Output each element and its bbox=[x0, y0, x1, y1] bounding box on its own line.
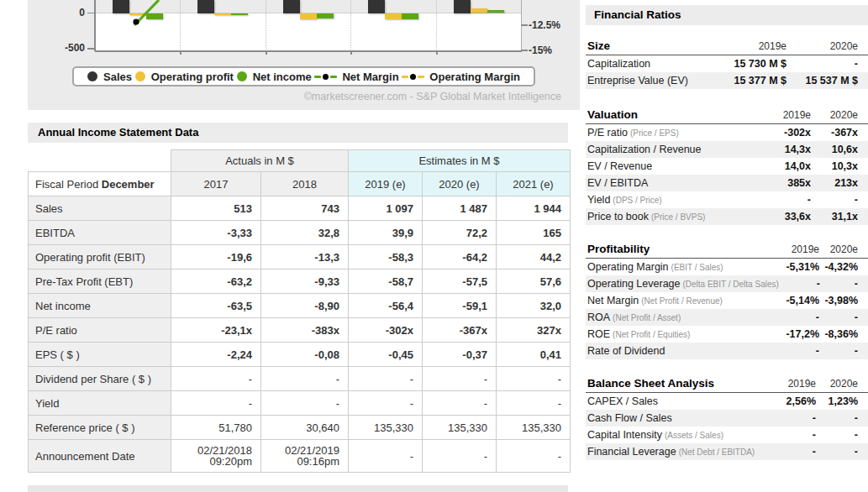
section-size: Size 2019e 2020e Capitalization 15 730 M… bbox=[586, 37, 868, 89]
ratio-label: Price to book(Price / BVPS) bbox=[587, 211, 771, 222]
cell: -57,5 bbox=[423, 270, 497, 294]
col-header-2020e: 2020e bbox=[786, 40, 858, 52]
section-name: Size bbox=[587, 39, 694, 52]
bar-net-income bbox=[317, 13, 334, 18]
cell: 1 487 bbox=[423, 196, 497, 221]
cell: -58,3 bbox=[349, 245, 423, 270]
ratio-value: -367x bbox=[811, 127, 858, 139]
ratio-label: Capital Intensity(Assets / Sales) bbox=[587, 429, 777, 441]
cell: 02/21/2019 09:16pm bbox=[261, 440, 349, 473]
x-tick bbox=[436, 50, 438, 55]
y-axis-label: 0 bbox=[55, 7, 85, 18]
ratio-value: - bbox=[786, 58, 858, 70]
row-label: EPS ( $ ) bbox=[29, 343, 171, 367]
bar-sales bbox=[283, 0, 300, 13]
cell: -0,45 bbox=[349, 343, 423, 367]
cell: -13,3 bbox=[261, 245, 349, 270]
bar-net-income bbox=[402, 13, 418, 19]
legend-item-sales: Sales bbox=[87, 71, 132, 83]
ratio-row: Operating Leverage(Delta EBIT / Delta Sa… bbox=[586, 275, 868, 292]
col-header-2020e: 2020e bbox=[816, 378, 858, 390]
year-header: 2019 (e) bbox=[349, 172, 423, 196]
bar-net-income bbox=[487, 10, 504, 13]
y-axis-line bbox=[94, 0, 96, 51]
cell: 32,0 bbox=[497, 294, 571, 318]
income-statement-table: Actuals in M $ Estimates in M $ Fiscal P… bbox=[28, 149, 571, 473]
ratio-label: ROA(Net Profit / Asset) bbox=[587, 311, 777, 323]
financial-ratios-title: Financial Ratios bbox=[586, 5, 868, 25]
table-row: Reference price ( $ ) 51,780 30,640 135,… bbox=[29, 416, 571, 440]
section-name: Valuation bbox=[587, 108, 771, 121]
legend-label: Operating profit bbox=[151, 71, 234, 83]
cell: -0,08 bbox=[261, 343, 349, 367]
table-row: Net income -63,5 -8,90 -56,4 -59,1 32,0 bbox=[29, 294, 571, 318]
cell: 1 097 bbox=[349, 196, 423, 221]
ratio-value: - bbox=[811, 194, 858, 206]
ratio-label: EV / Revenue bbox=[587, 160, 771, 172]
row-label: P/E ratio bbox=[29, 318, 171, 343]
cell: -59,1 bbox=[423, 294, 497, 318]
ratio-row: Operating Margin(EBIT / Sales) -5,31% -4… bbox=[586, 259, 868, 275]
cell: 57,6 bbox=[497, 270, 571, 294]
cell: - bbox=[349, 367, 423, 391]
fiscal-period-cell: Fiscal Period December bbox=[29, 172, 171, 196]
year-header: 2021 (e) bbox=[497, 172, 571, 196]
legend-item-net-margin: Net Margin bbox=[314, 71, 398, 83]
section-title-annual-income: Annual Income Statement Data bbox=[28, 123, 568, 143]
legend-label: Operating Margin bbox=[429, 71, 520, 83]
ratio-value: 2,56% bbox=[777, 395, 816, 407]
ratio-row: EV / EBITDA 385x 213x bbox=[586, 175, 868, 191]
cell: -58,7 bbox=[349, 270, 423, 294]
cell: -2,24 bbox=[171, 343, 261, 367]
ratio-label: Financial Leverage(Net Debt / EBITDA) bbox=[587, 446, 777, 458]
ratio-row: Capitalization / Revenue 14,3x 10,6x bbox=[586, 141, 868, 158]
cell: -63,5 bbox=[171, 294, 261, 318]
ratio-label: Capitalization bbox=[587, 58, 694, 70]
cell: 743 bbox=[261, 196, 349, 221]
legend-line-icon bbox=[314, 74, 337, 80]
gridline bbox=[350, 0, 351, 51]
ratio-row: Net Margin(Net Profit / Revenue) -5,14% … bbox=[586, 292, 868, 309]
col-header-2019e: 2019e bbox=[694, 40, 786, 52]
table-row: Pre-Tax Profit (EBT) -63,2 -9,33 -58,7 -… bbox=[29, 270, 571, 294]
ratio-row: Rate of Dividend - - bbox=[586, 343, 868, 359]
table-row: Announcement Date 02/21/2018 09:20pm 02/… bbox=[29, 440, 571, 473]
cell: - bbox=[497, 391, 571, 416]
cell: - bbox=[171, 391, 261, 416]
spacer-cell bbox=[29, 150, 171, 172]
cell: -0,37 bbox=[423, 343, 497, 367]
ratio-value: - bbox=[777, 311, 819, 323]
table-row: Yield - - - - - bbox=[29, 391, 571, 416]
ratio-value: - bbox=[816, 429, 858, 441]
ratio-label: Entreprise Value (EV) bbox=[587, 75, 694, 86]
ratio-value: - bbox=[777, 345, 819, 357]
y-tick bbox=[87, 48, 95, 50]
row-label: Reference price ( $ ) bbox=[29, 416, 171, 440]
ratio-row: Yield(DPS / Price) - - bbox=[586, 191, 868, 208]
row-label: EBITDA bbox=[29, 221, 171, 245]
x-tick bbox=[180, 50, 181, 55]
ratio-row: ROA(Net Profit / Asset) - - bbox=[586, 309, 868, 326]
cell: -8,90 bbox=[261, 294, 349, 318]
ratio-row: EV / Revenue 14,0x 10,3x bbox=[586, 158, 868, 175]
y-axis-label: -500 bbox=[55, 42, 85, 54]
cell: -56,4 bbox=[349, 294, 423, 318]
ratio-row: CAPEX / Sales 2,56% 1,23% bbox=[586, 393, 868, 410]
cell: 327x bbox=[497, 318, 571, 343]
cell: 135,330 bbox=[497, 416, 571, 440]
ratio-label: EV / EBITDA bbox=[587, 177, 771, 189]
income-chart-panel: 0 -500 -12.5% -15% SalesOperating profit… bbox=[28, 0, 580, 110]
row-label: Sales bbox=[29, 196, 171, 221]
col-header-2020e: 2020e bbox=[819, 243, 858, 255]
right-tick bbox=[521, 24, 528, 26]
row-label: Operating profit (EBIT) bbox=[29, 245, 171, 270]
chart-plot bbox=[95, 0, 521, 51]
bar-sales bbox=[368, 0, 385, 13]
right-axis-line bbox=[521, 0, 522, 51]
cell: - bbox=[261, 367, 349, 391]
ratio-value: - bbox=[820, 278, 858, 290]
cell: -9,33 bbox=[261, 270, 349, 294]
right-axis-label: -12.5% bbox=[529, 19, 560, 31]
ratio-value: - bbox=[777, 446, 816, 458]
legend-dot-icon bbox=[237, 71, 247, 81]
